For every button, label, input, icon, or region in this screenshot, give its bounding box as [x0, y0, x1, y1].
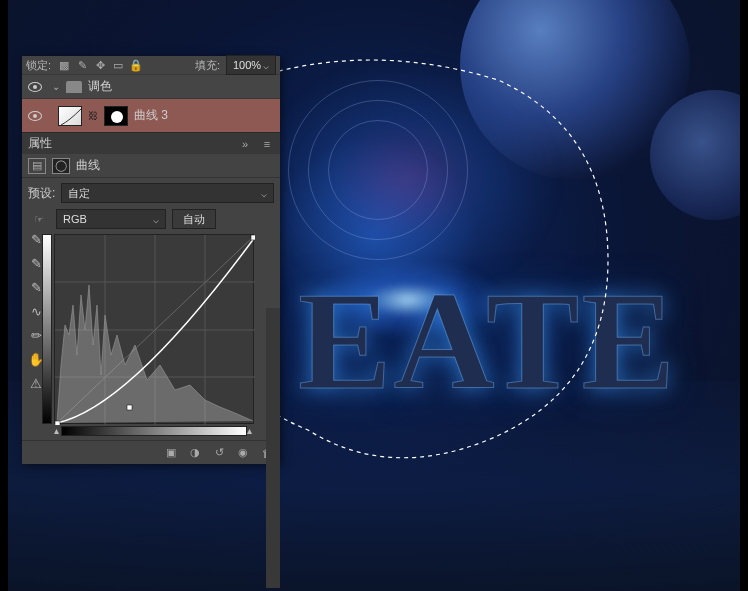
- lock-paint-icon[interactable]: ✎: [75, 58, 89, 72]
- link-icon[interactable]: ⛓: [88, 110, 98, 121]
- layer-mask-thumbnail[interactable]: [104, 106, 128, 126]
- adjustment-layer-name: 曲线 3: [134, 107, 168, 124]
- reset-icon[interactable]: ↺: [212, 446, 226, 460]
- highlight-slider-icon[interactable]: ▴: [247, 425, 254, 436]
- panel-menu-icon[interactable]: ≡: [260, 137, 274, 151]
- svg-rect-9: [251, 235, 255, 240]
- targeted-adjustment-icon[interactable]: ☞: [28, 212, 50, 226]
- curves-properties-body: 预设: 自定 ☞ RGB 自动 ✎ ✎ ✎ ∿ ✏ ✋ ⚠: [22, 178, 280, 440]
- collapse-icon[interactable]: »: [238, 137, 252, 151]
- mask-icon[interactable]: ◯: [52, 158, 70, 174]
- output-gradient: [42, 234, 52, 424]
- adjustment-icon[interactable]: ▤: [28, 158, 46, 174]
- toggle-visibility-icon[interactable]: ◉: [236, 446, 250, 460]
- adjustment-type-label: 曲线: [76, 157, 100, 174]
- svg-rect-7: [55, 421, 60, 425]
- layer-group-row[interactable]: ⌄ 调色: [22, 74, 280, 98]
- svg-rect-8: [127, 405, 132, 410]
- layer-group-name: 调色: [88, 78, 112, 95]
- chevron-down-icon[interactable]: ⌄: [52, 81, 60, 92]
- preset-label: 预设:: [28, 185, 55, 202]
- view-previous-icon[interactable]: ◑: [188, 446, 202, 460]
- visibility-toggle-icon[interactable]: [28, 111, 42, 121]
- photoshop-panel-stack: 锁定: ▩ ✎ ✥ ▭ 🔒 填充: 100% ⌄ 调色 ⛓ 曲线 3: [22, 56, 280, 464]
- panel-scrollbar[interactable]: [266, 308, 280, 588]
- adjustment-type-row: ▤ ◯ 曲线: [22, 154, 280, 178]
- fill-opacity-dropdown[interactable]: 100%: [226, 55, 276, 75]
- lock-all-icon[interactable]: 🔒: [129, 58, 143, 72]
- lock-artboard-icon[interactable]: ▭: [111, 58, 125, 72]
- artwork-hud-circles: [288, 80, 468, 260]
- auto-button[interactable]: 自动: [172, 209, 216, 229]
- preset-dropdown[interactable]: 自定: [61, 183, 274, 203]
- artwork-3d-text: EATE: [298, 260, 677, 421]
- lock-transparency-icon[interactable]: ▩: [57, 58, 71, 72]
- properties-title: 属性: [28, 135, 52, 152]
- properties-footer: ▣ ◑ ↺ ◉ 🗑: [22, 440, 280, 464]
- clip-to-layer-icon[interactable]: ▣: [164, 446, 178, 460]
- shadow-slider-icon[interactable]: ▴: [54, 425, 61, 436]
- fill-label: 填充:: [195, 58, 220, 73]
- curves-graph[interactable]: [54, 234, 254, 424]
- properties-panel-header: 属性 » ≡: [22, 132, 280, 154]
- folder-icon: [66, 81, 82, 93]
- curves-adjustment-thumbnail[interactable]: [58, 106, 82, 126]
- adjustment-layer-row[interactable]: ⛓ 曲线 3: [22, 98, 280, 132]
- channel-dropdown[interactable]: RGB: [56, 209, 166, 229]
- input-gradient[interactable]: [61, 426, 246, 436]
- lock-position-icon[interactable]: ✥: [93, 58, 107, 72]
- lock-label: 锁定:: [26, 58, 51, 73]
- visibility-toggle-icon[interactable]: [28, 82, 42, 92]
- layers-lock-row: 锁定: ▩ ✎ ✥ ▭ 🔒 填充: 100%: [22, 56, 280, 74]
